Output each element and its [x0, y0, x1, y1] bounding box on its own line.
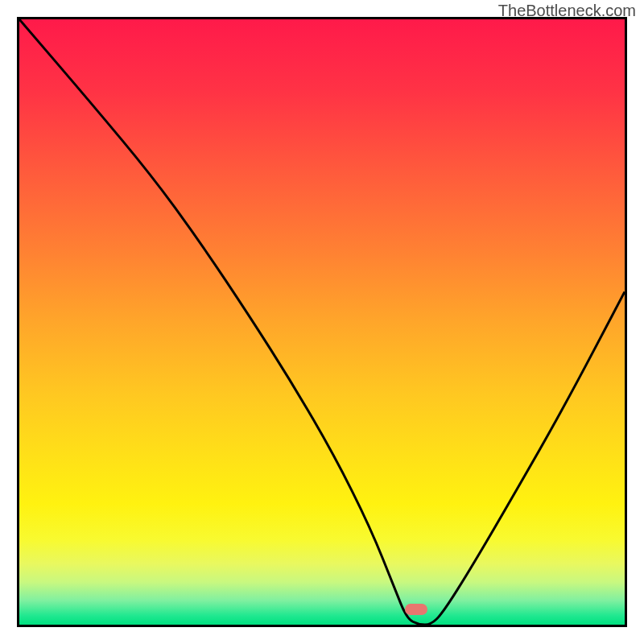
chart-container: TheBottleneck.com [0, 0, 644, 644]
watermark-text: TheBottleneck.com [498, 2, 636, 20]
bottleneck-curve [19, 19, 625, 625]
optimal-marker [405, 604, 427, 615]
plot-area [17, 17, 627, 627]
